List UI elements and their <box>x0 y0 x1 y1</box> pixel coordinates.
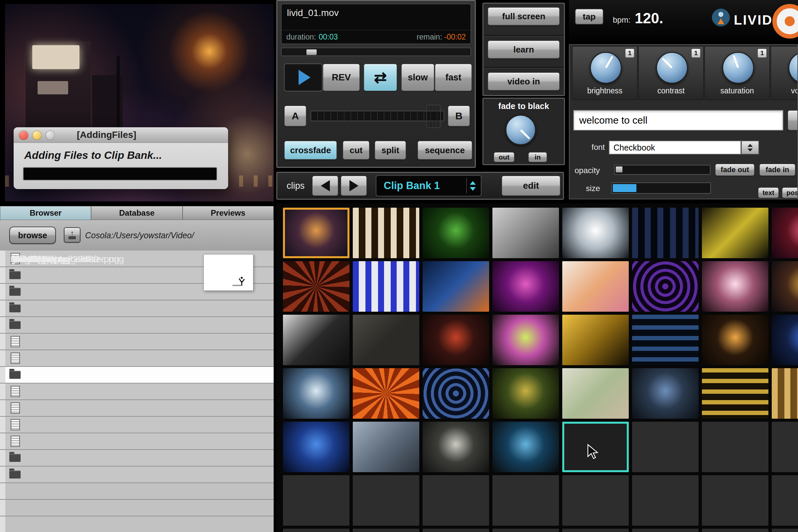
file-row[interactable]: line.png <box>5 334 274 350</box>
clip-thumbnail[interactable] <box>632 208 699 258</box>
text-input[interactable] <box>573 110 783 131</box>
file-row[interactable]: Edits02_pjpg-720480 <box>5 300 274 317</box>
video-in-button[interactable]: video in <box>487 72 560 91</box>
list-scrollbar[interactable] <box>0 250 6 532</box>
fast-button[interactable]: fast <box>434 63 472 91</box>
knob[interactable] <box>788 52 798 84</box>
clip-thumbnail[interactable] <box>702 261 768 312</box>
a-button[interactable]: A <box>284 105 307 127</box>
clip-thumbnail[interactable] <box>493 368 559 419</box>
clip-thumbnail[interactable] <box>493 208 559 258</box>
slow-button[interactable]: slow <box>401 63 434 91</box>
clip-thumbnail[interactable] <box>353 368 419 419</box>
clip-cell-empty[interactable] <box>283 529 350 532</box>
clip-thumbnail[interactable] <box>632 315 699 365</box>
opacity-slider[interactable] <box>614 165 710 175</box>
clip-cell-empty[interactable] <box>702 422 768 472</box>
tab-database[interactable]: Database <box>91 206 182 220</box>
clip-thumbnail[interactable] <box>562 261 629 312</box>
clip-thumbnail[interactable] <box>772 315 798 365</box>
clip-thumbnail[interactable] <box>353 315 419 365</box>
clip-cell-empty[interactable] <box>423 475 489 526</box>
scrub-handle[interactable] <box>306 49 317 55</box>
clip-thumbnail[interactable] <box>702 368 768 419</box>
text-fade-out-button[interactable]: fade out <box>715 164 755 176</box>
clip-thumbnail[interactable] <box>353 422 419 472</box>
clip-thumbnail[interactable] <box>423 315 489 365</box>
clip-thumbnail[interactable] <box>702 315 768 365</box>
split-button[interactable]: split <box>374 140 406 160</box>
font-select[interactable]: Checkbook <box>609 140 741 154</box>
browse-button[interactable]: browse <box>9 227 56 244</box>
fade-knob[interactable] <box>505 115 536 145</box>
file-row[interactable]: Picture 6x.png <box>5 417 274 433</box>
knob[interactable] <box>656 52 688 84</box>
play-button[interactable] <box>284 63 322 91</box>
file-row[interactable]: Picture 6.png_cellsize.png <box>5 400 274 417</box>
text-mode-button[interactable]: text <box>758 187 779 198</box>
clip-thumbnail[interactable] <box>493 422 559 472</box>
clip-cell-empty[interactable] <box>353 475 419 526</box>
clip-thumbnail[interactable] <box>283 261 350 312</box>
file-row[interactable]: MoreClips <box>5 367 274 383</box>
scrub-bar[interactable] <box>281 48 471 56</box>
clip-thumbnail[interactable] <box>283 422 350 472</box>
clip-thumbnail[interactable] <box>493 315 559 365</box>
file-row[interactable]: Picture 6x.png_cellsize.png <box>5 433 274 450</box>
edit-button[interactable]: edit <box>501 175 561 196</box>
clip-cell-empty[interactable] <box>353 529 419 532</box>
clip-cell-empty[interactable] <box>493 529 559 532</box>
file-row[interactable]: line_trans.png <box>5 350 274 367</box>
clip-cell-empty[interactable] <box>562 475 629 526</box>
clip-cell-empty[interactable] <box>562 529 629 532</box>
clip-thumbnail[interactable] <box>562 315 629 365</box>
clip-cell-empty[interactable] <box>632 529 699 532</box>
clip-cell-empty[interactable] <box>423 529 489 532</box>
folder-up-button[interactable]: ↑ <box>64 227 80 243</box>
clip-cell-empty[interactable] <box>702 475 768 526</box>
knob[interactable] <box>722 52 754 84</box>
close-icon[interactable] <box>19 131 28 140</box>
clip-thumbnail[interactable] <box>632 368 699 419</box>
knob[interactable] <box>590 52 622 84</box>
clip-thumbnail[interactable] <box>283 315 350 365</box>
clip-cell-empty[interactable] <box>493 475 559 526</box>
clip-thumbnail[interactable] <box>423 368 489 419</box>
ab-crossfader-handle[interactable] <box>426 105 441 128</box>
rev-button[interactable]: REV <box>322 63 360 91</box>
tap-tempo-button[interactable]: tap <box>575 8 604 24</box>
clip-thumbnail[interactable] <box>283 368 350 419</box>
crossfade-button[interactable]: crossfade <box>284 140 337 160</box>
clip-thumbnail[interactable] <box>283 208 350 258</box>
next-bank-button[interactable] <box>340 175 367 196</box>
clip-thumbnail[interactable] <box>423 208 489 258</box>
opacity-slider-handle[interactable] <box>616 167 623 172</box>
clip-cell-empty[interactable] <box>772 422 798 472</box>
prev-bank-button[interactable] <box>312 175 338 196</box>
clip-thumbnail[interactable] <box>772 208 798 258</box>
file-row[interactable]: soundvide <box>5 450 274 467</box>
clip-thumbnail[interactable] <box>702 208 768 258</box>
clip-thumbnail[interactable] <box>423 261 489 312</box>
dialog-titlebar[interactable]: [AddingFiles] <box>14 127 228 143</box>
font-stepper[interactable] <box>741 140 759 154</box>
loop-button[interactable]: ⇄ <box>364 63 397 91</box>
full-screen-button[interactable]: full screen <box>487 7 560 25</box>
clip-bank-select[interactable]: Clip Bank 1 <box>376 175 481 196</box>
ab-crossfader[interactable] <box>311 111 444 121</box>
size-slider[interactable] <box>611 183 711 194</box>
clip-cell-empty[interactable] <box>702 529 768 532</box>
pos-mode-button[interactable]: pos <box>782 187 798 198</box>
clip-thumbnail[interactable] <box>493 261 559 312</box>
clip-thumbnail[interactable] <box>353 261 419 312</box>
sequence-button[interactable]: sequence <box>417 140 472 160</box>
fade-in-button[interactable]: in <box>528 152 547 163</box>
tab-browser[interactable]: Browser <box>0 206 91 220</box>
minimize-icon[interactable] <box>32 131 41 140</box>
clip-thumbnail[interactable] <box>423 422 489 472</box>
clip-cell-empty[interactable] <box>772 475 798 526</box>
text-side-button[interactable] <box>787 110 798 131</box>
b-button[interactable]: B <box>448 105 470 127</box>
clip-bank-stepper[interactable] <box>466 178 479 194</box>
clip-thumbnail[interactable] <box>772 261 798 312</box>
